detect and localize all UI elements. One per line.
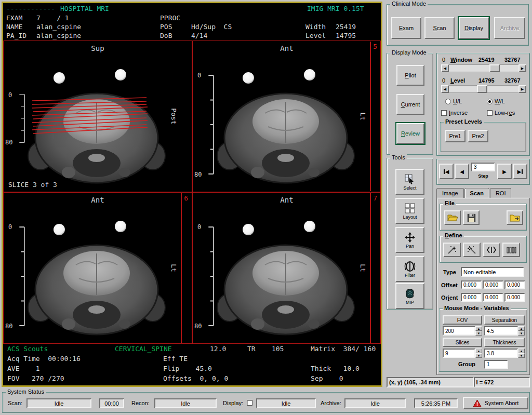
folder-export-icon xyxy=(509,212,521,223)
slice-counter-value: 3 xyxy=(474,164,477,170)
layout-tool-label: Layout xyxy=(403,215,417,220)
thickness-down-button[interactable]: ▼ xyxy=(518,353,525,358)
define-stack-button[interactable] xyxy=(502,243,520,257)
fov-field[interactable]: 200 xyxy=(443,326,475,336)
orient-x-field[interactable]: 0.000 xyxy=(461,293,482,302)
separation-field[interactable]: 4.5 xyxy=(484,326,518,336)
viewport-2[interactable]: Ant Lt 5 0 80 xyxy=(193,42,380,191)
fov-down-button[interactable]: ▼ xyxy=(475,331,482,336)
slices-spinner[interactable]: 9 ▲▼ xyxy=(443,349,482,358)
level-scroll-right-button[interactable]: ▶ xyxy=(518,85,526,93)
select-tool-button[interactable]: Select xyxy=(395,169,424,195)
tab-scan[interactable]: Scan xyxy=(464,188,489,198)
archive-button[interactable]: Archive xyxy=(494,17,525,39)
orient-y-field[interactable]: 0.000 xyxy=(483,293,503,302)
fov-mode-button[interactable]: FOV xyxy=(443,315,482,325)
separation-up-button[interactable]: ▲ xyxy=(518,326,525,331)
offset-x-field[interactable]: 0.000 xyxy=(461,280,482,289)
lowres-label: Low-res xyxy=(495,110,515,116)
current-button[interactable]: Current xyxy=(396,94,424,115)
display-status-checkbox[interactable] xyxy=(247,400,252,406)
offset-y-field[interactable]: 0.000 xyxy=(483,280,503,289)
slice-counter-field[interactable]: 3 xyxy=(471,163,495,171)
level-label: Level xyxy=(450,77,465,84)
system-abort-button[interactable]: System Abort xyxy=(463,397,528,409)
define-slices-button[interactable] xyxy=(443,243,461,257)
last-slice-button[interactable]: ▶ xyxy=(513,164,527,179)
window-scrollbar[interactable]: ◀ ▶ xyxy=(441,64,526,72)
orientation-label-side: Lt xyxy=(359,112,367,121)
group-value: 1 xyxy=(487,362,490,367)
lowres-checkbox-box[interactable] xyxy=(487,110,493,116)
next-slice-button[interactable]: ▶ xyxy=(497,164,512,179)
slices-down-button[interactable]: ▼ xyxy=(475,353,482,358)
first-slice-button[interactable]: ◀ xyxy=(439,164,454,179)
filter-tool-button[interactable]: Filter xyxy=(395,256,424,282)
wl-radio-circle[interactable] xyxy=(487,99,493,104)
viewport-3[interactable]: Ant Lt 6 0 80 xyxy=(4,193,191,343)
slices-field[interactable]: 9 xyxy=(443,349,475,358)
thickness-up-button[interactable]: ▲ xyxy=(518,349,525,353)
ul-radio-circle[interactable] xyxy=(445,99,451,104)
export-file-button[interactable] xyxy=(507,210,523,225)
warning-icon xyxy=(473,399,482,407)
mip-tool-button[interactable]: MIP xyxy=(395,283,424,309)
slice-number-label: 5 xyxy=(373,43,377,50)
scan-button[interactable]: Scan xyxy=(424,17,455,39)
thickness-field[interactable]: 3.8 xyxy=(484,349,518,358)
ul-radio[interactable]: U/L xyxy=(445,98,462,104)
save-icon xyxy=(467,213,476,223)
wl-radio[interactable]: W/L xyxy=(487,98,505,104)
inverse-checkbox-box[interactable] xyxy=(441,110,447,116)
level-scroll-left-button[interactable]: ◀ xyxy=(441,85,449,93)
fov-up-button[interactable]: ▲ xyxy=(475,326,482,331)
inverse-checkbox[interactable]: Inverse xyxy=(441,110,468,116)
window-scroll-track[interactable] xyxy=(449,64,518,72)
viewport-4[interactable]: Ant Lt 7 0 80 xyxy=(193,193,380,343)
slices-mode-button[interactable]: Slices xyxy=(443,338,482,347)
wand-star-icon xyxy=(467,245,477,255)
orientation-label-top: Ant xyxy=(193,44,380,52)
mri-image xyxy=(19,213,175,340)
window-scroll-thumb[interactable] xyxy=(489,64,500,72)
fov-spinner[interactable]: 200 ▲▼ xyxy=(443,326,482,336)
review-button[interactable]: Review xyxy=(396,123,424,144)
separation-spinner[interactable]: 4.5 ▲▼ xyxy=(484,326,525,336)
slices-up-button[interactable]: ▲ xyxy=(475,349,482,353)
level-scroll-track[interactable] xyxy=(449,85,518,93)
orient-z-field[interactable]: 0.000 xyxy=(504,293,525,302)
group-field[interactable]: 1 xyxy=(484,360,508,369)
tab-roi[interactable]: ROI xyxy=(490,188,512,198)
display-button[interactable]: Display xyxy=(459,17,489,39)
lowres-checkbox[interactable]: Low-res xyxy=(487,110,515,116)
layout-tool-button[interactable]: Layout xyxy=(395,198,424,224)
define-range-button[interactable] xyxy=(483,243,500,257)
pan-tool-button[interactable]: Pan xyxy=(395,227,424,253)
save-file-button[interactable] xyxy=(463,210,480,225)
level-scrollbar[interactable]: ◀ ▶ xyxy=(441,85,526,93)
thickness-spinner[interactable]: 3.8 ▲▼ xyxy=(484,349,525,358)
coordinate-bar: (x, y) (105, -34 mm) I = 672 xyxy=(387,377,530,387)
separation-down-button[interactable]: ▼ xyxy=(518,331,525,336)
window-scroll-left-button[interactable]: ◀ xyxy=(441,64,449,72)
level-scroll-thumb[interactable] xyxy=(477,85,487,93)
offset-z-field[interactable]: 0.000 xyxy=(504,280,525,289)
exam-button[interactable]: Exam xyxy=(391,17,421,39)
tab-image[interactable]: Image xyxy=(436,188,464,198)
previous-slice-button[interactable]: ◀ xyxy=(455,164,469,179)
offset-y-value: 0.000 xyxy=(485,282,498,288)
recon-status-label: Recon: xyxy=(131,400,150,406)
pilot-button[interactable]: Pilot xyxy=(396,65,424,86)
arrow-up-icon: ▲ xyxy=(520,327,523,330)
window-scroll-right-button[interactable]: ▶ xyxy=(518,64,526,72)
type-field[interactable]: Non-editable xyxy=(461,267,524,277)
orientation-label-side: Lt xyxy=(359,264,367,272)
viewport-1[interactable]: Sup Post 0 80 xyxy=(4,42,191,191)
pre1-button[interactable]: Pre1 xyxy=(445,130,466,142)
separation-mode-button[interactable]: Separation xyxy=(484,315,525,325)
define-volume-button[interactable] xyxy=(463,243,481,257)
open-file-button[interactable] xyxy=(444,210,461,225)
pre2-button[interactable]: Pre2 xyxy=(468,130,488,142)
thickness-mode-button[interactable]: Thickness xyxy=(484,338,525,347)
wand-sparkle-icon xyxy=(447,245,457,255)
